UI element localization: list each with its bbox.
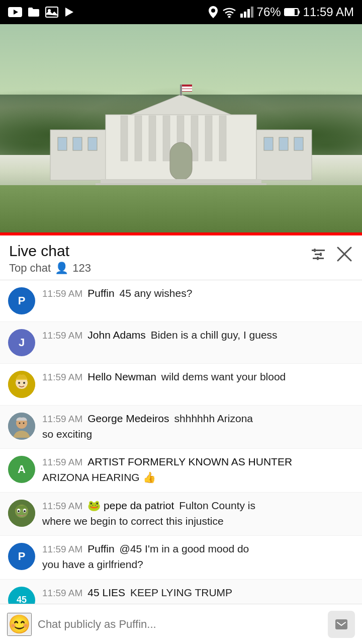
status-bar: 76% 11:59 AM <box>0 0 362 24</box>
battery-text: 76% <box>257 5 281 19</box>
chat-username: George Medeiros <box>87 413 169 425</box>
svg-rect-27 <box>205 116 212 161</box>
chat-meta: 11:59 AM 45 LIES KEEP LYING TRUMP <box>42 587 354 599</box>
chat-username: 🐸 pepe da patriot <box>87 500 174 512</box>
chat-content: 11:59 AM 🐸 pepe da patriot Fulton County… <box>42 500 354 528</box>
chat-text: where we begin to correct this injustice <box>42 514 354 528</box>
svg-rect-39 <box>182 89 192 91</box>
svg-marker-4 <box>65 8 73 17</box>
chat-username: ARTIST FORMERLY KNOWN AS HUNTER <box>87 456 292 468</box>
svg-rect-32 <box>279 137 288 150</box>
battery-icon <box>284 8 300 17</box>
svg-rect-36 <box>180 85 182 96</box>
svg-point-54 <box>19 423 21 424</box>
chat-meta: 11:59 AM Puffin @45 I'm in a good mood d… <box>42 543 354 555</box>
svg-rect-8 <box>244 12 246 18</box>
chat-text: so exciting <box>42 427 354 441</box>
chat-message: 11:59 AM Hello Newman wild dems want you… <box>0 364 362 406</box>
avatar: P <box>8 543 35 570</box>
svg-rect-7 <box>240 14 243 18</box>
chat-time: 11:59 AM <box>42 544 82 555</box>
viewers-icon: 👤 <box>55 262 68 275</box>
svg-rect-18 <box>88 137 97 150</box>
status-icons-left <box>8 7 74 18</box>
svg-rect-13 <box>285 9 295 15</box>
chat-time: 11:59 AM <box>42 288 82 299</box>
chat-input[interactable] <box>38 618 322 631</box>
send-button[interactable] <box>328 611 355 638</box>
chat-list: P 11:59 AM Puffin 45 any wishes? J 11:59… <box>0 280 362 610</box>
avatar <box>8 413 35 440</box>
svg-rect-40 <box>312 250 325 251</box>
chat-settings-button[interactable] <box>310 246 327 267</box>
chat-time: 11:59 AM <box>42 457 82 468</box>
svg-rect-44 <box>320 253 322 256</box>
chat-meta: 11:59 AM Hello Newman wild dems want you… <box>42 371 354 383</box>
chat-content: 11:59 AM John Adams Biden is a chill guy… <box>42 329 354 341</box>
chat-content: 11:59 AM Hello Newman wild dems want you… <box>42 371 354 383</box>
svg-rect-22 <box>135 116 142 161</box>
svg-point-55 <box>23 423 25 424</box>
chat-meta: 11:59 AM Puffin 45 any wishes? <box>42 287 354 299</box>
livechat-header: Live chat Top chat 👤 123 <box>0 235 362 280</box>
svg-rect-29 <box>170 142 192 180</box>
signal-icon <box>240 7 254 18</box>
chat-message: J 11:59 AM John Adams Biden is a chill g… <box>0 322 362 364</box>
chat-time: 11:59 AM <box>42 588 82 599</box>
svg-point-61 <box>18 510 20 512</box>
chat-content: 11:59 AM ARTIST FORMERLY KNOWN AS HUNTER… <box>42 456 354 485</box>
svg-point-50 <box>18 382 20 384</box>
avatar: J <box>8 329 35 356</box>
avatar: P <box>8 287 35 314</box>
status-icons-right: 76% 11:59 AM <box>208 5 354 19</box>
livechat-title-area: Live chat Top chat 👤 123 <box>9 243 91 275</box>
svg-rect-17 <box>73 137 82 150</box>
livechat-title: Live chat <box>9 243 91 260</box>
svg-point-5 <box>211 9 215 13</box>
chat-text: ARIZONA HEARING 👍 <box>42 470 354 485</box>
chat-time: 11:59 AM <box>42 330 82 341</box>
svg-rect-43 <box>314 249 316 252</box>
close-button[interactable] <box>336 246 353 267</box>
svg-rect-2 <box>46 7 58 17</box>
chat-message: P 11:59 AM Puffin @45 I'm in a good mood… <box>0 536 362 579</box>
chat-text-inline: KEEP LYING TRUMP <box>130 587 232 599</box>
chat-time: 11:59 AM <box>42 501 82 512</box>
header-icons <box>310 246 353 267</box>
location-icon <box>208 5 219 19</box>
svg-rect-23 <box>149 116 156 161</box>
chat-text: you have a girlfriend? <box>42 557 354 572</box>
svg-rect-45 <box>317 257 319 260</box>
svg-point-62 <box>24 510 26 512</box>
chat-content: 11:59 AM Puffin 45 any wishes? <box>42 287 354 299</box>
video-progress-bar[interactable] <box>0 232 362 235</box>
top-chat-label[interactable]: Top chat <box>9 262 51 275</box>
chat-message: A 11:59 AM ARTIST FORMERLY KNOWN AS HUNT… <box>0 449 362 492</box>
svg-rect-31 <box>264 137 273 150</box>
wifi-icon <box>222 7 237 18</box>
svg-rect-28 <box>219 116 226 161</box>
chat-message: P 11:59 AM Puffin 45 any wishes? <box>0 280 362 322</box>
livechat-subtitle: Top chat 👤 123 <box>9 262 91 275</box>
chat-message: 11:59 AM 🐸 pepe da patriot Fulton County… <box>0 493 362 536</box>
chat-input-bar: 😊 <box>0 604 362 644</box>
play-icon <box>63 7 74 18</box>
svg-rect-10 <box>251 7 253 18</box>
chat-text-inline: @45 I'm in a good mood do <box>120 543 249 555</box>
folder-icon <box>27 7 40 18</box>
chat-content: 11:59 AM 45 LIES KEEP LYING TRUMP <box>42 587 354 599</box>
chat-meta: 11:59 AM 🐸 pepe da patriot Fulton County… <box>42 500 354 512</box>
chat-content: 11:59 AM Puffin @45 I'm in a good mood d… <box>42 543 354 572</box>
time-display: 11:59 AM <box>303 5 354 19</box>
chat-username: Puffin <box>87 543 114 555</box>
viewers-count: 123 <box>72 262 91 275</box>
svg-point-51 <box>23 382 25 384</box>
chat-username: John Adams <box>87 329 146 341</box>
avatar <box>8 371 35 398</box>
white-house-visual <box>40 85 322 195</box>
svg-rect-63 <box>335 619 347 629</box>
emoji-button[interactable]: 😊 <box>7 613 32 636</box>
video-player[interactable] <box>0 24 362 235</box>
svg-rect-21 <box>121 116 128 161</box>
avatar: A <box>8 456 35 483</box>
